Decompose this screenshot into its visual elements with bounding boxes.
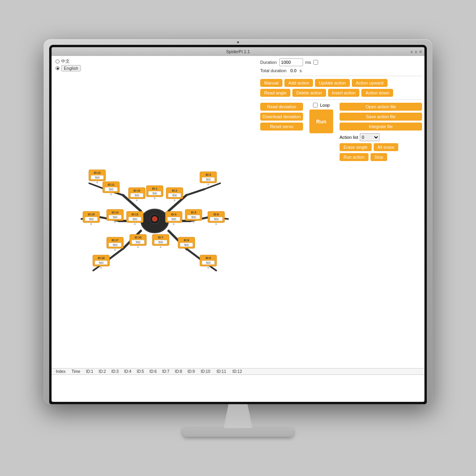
svg-text:ID:11: ID:11: [107, 183, 114, 186]
svg-text:0: 0: [110, 193, 112, 196]
language-selector: 中文 English: [52, 56, 258, 74]
svg-text:0: 0: [114, 249, 116, 251]
svg-text:0: 0: [136, 199, 138, 202]
save-action-file-button[interactable]: Save action file: [340, 113, 422, 121]
svg-text:500: 500: [132, 218, 137, 221]
svg-text:500: 500: [214, 218, 219, 221]
table-header-row: Index Time ID:1 ID:2 ID:3 ID:4 ID:5 ID:6…: [52, 369, 424, 375]
col-id1: ID:1: [84, 369, 96, 374]
col-id11: ID:11: [214, 369, 229, 374]
svg-text:0: 0: [160, 246, 161, 248]
add-action-button[interactable]: Add action: [284, 79, 313, 87]
loop-label: Loop: [320, 103, 330, 107]
svg-text:0: 0: [90, 223, 92, 225]
robot-area: ID:12 500 0 ID:11 50: [52, 74, 258, 368]
col-time: Time: [69, 369, 83, 374]
stop-button[interactable]: Stop: [370, 153, 388, 161]
svg-text:0: 0: [100, 267, 102, 269]
duration-unit: ms: [305, 60, 311, 65]
svg-text:ID:18: ID:18: [98, 257, 104, 259]
chinese-radio[interactable]: [56, 60, 60, 63]
svg-text:500: 500: [206, 261, 211, 264]
loop-checkbox[interactable]: [313, 103, 318, 107]
col-id3: ID:3: [109, 369, 121, 374]
total-duration-value: 0.0: [290, 68, 296, 73]
svg-text:0: 0: [154, 197, 155, 200]
run-button[interactable]: Run: [309, 109, 333, 133]
english-btn[interactable]: English: [61, 65, 81, 71]
svg-text:500: 500: [109, 188, 113, 191]
svg-text:500: 500: [171, 218, 176, 221]
manual-button[interactable]: Manual: [260, 79, 282, 87]
col-id12: ID:12: [230, 369, 245, 374]
delete-action-button[interactable]: Delete action: [292, 89, 326, 97]
monitor-outer: SpiderPi 1.1 ∨ ∧ ✕: [44, 39, 432, 404]
col-id2: ID:2: [96, 369, 108, 374]
action-upward-button[interactable]: Action upward: [352, 79, 388, 87]
total-duration-label: Total duration: [260, 68, 286, 73]
open-action-file-button[interactable]: Open action file: [340, 103, 422, 111]
action-list-label: Action list: [340, 135, 358, 140]
svg-text:0: 0: [96, 181, 98, 184]
svg-text:500: 500: [113, 244, 117, 246]
svg-text:ID:1: ID:1: [152, 187, 157, 190]
english-radio[interactable]: [56, 66, 60, 70]
svg-text:ID:4: ID:4: [171, 213, 176, 216]
title-bar: SpiderPi 1.1 ∨ ∧ ✕: [52, 47, 424, 56]
monitor-stand-base: [182, 428, 294, 437]
svg-text:500: 500: [184, 244, 189, 246]
integrate-file-button[interactable]: Integrate file: [340, 123, 422, 131]
svg-text:0: 0: [215, 223, 217, 225]
read-angle-button[interactable]: Read angle: [260, 89, 290, 97]
svg-text:500: 500: [158, 241, 163, 244]
svg-text:0: 0: [193, 221, 194, 223]
update-action-button[interactable]: Update action: [315, 79, 350, 87]
total-duration-row: Total duration 0.0 s: [260, 68, 422, 73]
duration-input[interactable]: [279, 58, 303, 66]
col-index: Index: [53, 369, 68, 374]
svg-text:500: 500: [206, 178, 211, 181]
svg-text:ID:14: ID:14: [111, 211, 118, 214]
svg-text:ID:16: ID:16: [134, 236, 141, 239]
svg-text:0: 0: [207, 183, 209, 186]
reset-servo-button[interactable]: Reset servo: [260, 123, 303, 131]
duration-checkbox[interactable]: [313, 60, 318, 65]
erase-single-button[interactable]: Erase single: [340, 143, 372, 151]
svg-point-2: [152, 216, 157, 222]
chinese-label: 中文: [61, 58, 70, 64]
all-erase-button[interactable]: All erase: [374, 143, 399, 151]
svg-text:0: 0: [174, 199, 175, 202]
lang-chinese-option[interactable]: 中文: [56, 58, 254, 64]
monitor-stand-neck: [214, 404, 262, 428]
window-controls[interactable]: ∨ ∧ ✕: [410, 50, 422, 54]
screen-bezel: SpiderPi 1.1 ∨ ∧ ✕: [49, 45, 427, 404]
download-deviation-button[interactable]: Download deviation: [260, 113, 303, 121]
duration-label: Duration: [260, 60, 277, 65]
svg-text:ID:10: ID:10: [133, 189, 140, 192]
duration-row: Duration ms: [260, 58, 422, 66]
svg-text:ID:12: ID:12: [94, 171, 100, 174]
insert-action-button[interactable]: Insert action: [328, 89, 360, 97]
svg-text:500: 500: [134, 194, 139, 197]
svg-text:0: 0: [207, 267, 209, 269]
svg-text:500: 500: [191, 216, 196, 219]
svg-line-7: [186, 189, 204, 195]
svg-text:0: 0: [137, 246, 139, 248]
svg-text:ID:6: ID:6: [213, 213, 219, 216]
run-action-button[interactable]: Run action: [340, 153, 369, 161]
read-deviation-button[interactable]: Read deviation: [260, 103, 303, 111]
svg-text:ID:7: ID:7: [158, 236, 163, 239]
col-id7: ID:7: [160, 369, 172, 374]
lang-english-option[interactable]: English: [56, 65, 254, 71]
bottom-table: Index Time ID:1 ID:2 ID:3 ID:4 ID:5 ID:6…: [52, 368, 424, 402]
svg-line-8: [204, 183, 220, 189]
monitor-assembly: SpiderPi 1.1 ∨ ∧ ✕: [44, 39, 432, 437]
app-title: SpiderPi 1.1: [226, 49, 250, 54]
col-id4: ID:4: [122, 369, 134, 374]
action-list-select[interactable]: 0 1 2: [360, 133, 380, 141]
loop-row: Loop: [313, 103, 330, 107]
action-down-button[interactable]: Action down: [361, 89, 393, 97]
svg-text:500: 500: [152, 192, 157, 195]
svg-text:500: 500: [113, 216, 117, 219]
right-panel: Duration ms Total duration 0.0 s: [258, 56, 424, 368]
